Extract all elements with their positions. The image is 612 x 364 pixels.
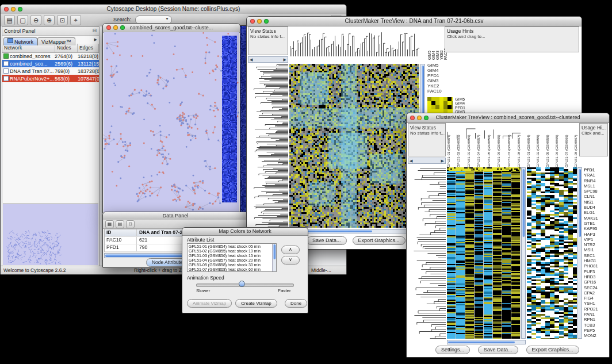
gene-row-label[interactable]: PEP5 [584,328,608,333]
gene-row-label[interactable]: KAP95 [584,226,608,231]
gene-row-label[interactable]: SEC24 [584,285,608,290]
column-label[interactable]: GPL51-05 (GSM858) [487,139,491,167]
gene-row-label[interactable]: GTB1 [584,221,608,226]
gene-row-label[interactable]: HAP3 [584,232,608,237]
open-icon[interactable]: ▤ [4,15,15,25]
attribute-listbox[interactable]: GPL51-01 (GSM854) heat shock 05 minGPL51… [187,243,277,272]
matrix-gene-label[interactable]: PFD1 [455,106,478,110]
treeview-button[interactable]: Save Data... [478,346,518,354]
zoom-in-icon[interactable]: ⊕ [44,15,55,25]
treeview-button[interactable]: Settings... [435,346,470,354]
heatmap-vscrollbar[interactable] [521,167,526,339]
birdseye-canvas[interactable] [3,204,98,265]
scroll-thumb[interactable] [273,244,276,259]
dense-cluster-canvas[interactable] [222,36,237,202]
collapse-panel-icon[interactable]: ⊟ [92,28,97,33]
network-view-titlebar[interactable]: combined_scores_good.txt--cluste... [103,24,240,33]
gene-row-label[interactable]: NTR2 [584,242,608,247]
column-label[interactable]: GPL51-06 (GSM865) [555,127,559,167]
network-row[interactable]: combined_sco... 2569(6) 13112(15) [2,60,99,67]
id-column-header[interactable]: ID [105,229,137,236]
matrix-gene-label[interactable]: GIM4 [455,101,478,105]
heatmap-hscrollbar[interactable] [447,340,526,344]
secondary-heatmap-canvas[interactable] [527,167,577,339]
tab-vizmapper[interactable]: VizMapper™ [37,37,75,45]
zoom-selected-icon[interactable]: ⌖ [70,15,81,25]
gene-row-label[interactable]: PUF3 [584,269,608,274]
heatmap-canvas[interactable] [289,64,419,228]
array-label[interactable]: YKE2 [439,26,443,60]
speed-slider-track[interactable] [196,283,294,287]
column-label[interactable]: GPL51-02 (GSM855) [457,139,460,167]
gene-row-label[interactable]: SEC1 [584,253,608,258]
secondary-vscrollbar[interactable] [577,167,582,339]
column-label[interactable]: GPL51-01 (GSM854) [447,139,450,167]
column-label[interactable]: GPL51-08 (GSM867) [574,127,577,167]
column-label[interactable]: GPL51-04 (GSM857) [477,139,480,167]
scroll-left-icon[interactable]: ◀ [408,158,414,163]
scroll-thumb[interactable] [579,169,581,237]
dialog-titlebar[interactable]: Map Colors to Network [182,228,308,236]
create-attribute-icon[interactable]: ▤ [116,220,124,228]
select-attributes-icon[interactable]: ▦ [105,220,114,228]
main-titlebar[interactable]: Cytoscape Desktop (Session Name: collins… [1,5,346,14]
gene-row-label[interactable]: PHO81 [584,263,608,269]
gene-row-label[interactable]: CPA2 [584,290,608,296]
gene-row-label[interactable]: HMG1 [584,258,608,263]
column-label[interactable]: GPL51-07 (GSM866) [565,127,568,167]
attribute-item[interactable]: GPL51-01 (GSM854) heat shock 05 min [189,244,275,249]
attribute-item[interactable]: GPL51-04 (GSM857) heat shock 20 min [189,258,275,263]
column-label[interactable]: GPL51-07 (GSM866) [507,139,511,167]
network-graph-canvas[interactable] [104,32,239,213]
gene-label[interactable]: PFD1 [427,73,453,78]
gene-row-label[interactable]: MSL1 [584,183,608,189]
array-label[interactable]: GIM3 [435,26,439,60]
network-row[interactable]: RNAPuberNov2+... 563(0) 107847(0) [2,75,99,82]
attribute-item[interactable]: GPL51-03 (GSM856) heat shock 15 min [189,254,275,258]
scroll-right-icon[interactable]: ▶ [440,158,445,163]
scroll-right-icon[interactable]: ▶ [282,57,288,62]
search-dropdown-arrow-icon[interactable]: ▼ [165,17,169,21]
gene-label[interactable]: GIM3 [427,78,453,83]
attribute-item[interactable]: GPL51-02 (GSM855) heat shock 10 min [189,249,275,254]
treeview-button[interactable]: Export Graphics... [353,236,406,245]
gene-row-label[interactable]: MON2 [584,333,608,338]
birdseye-view[interactable] [3,204,98,265]
gene-row-label[interactable]: YSH1 [584,301,608,306]
column-label[interactable]: GPL51-08 (GSM867) [517,139,521,167]
gene-row-label[interactable]: MSI1 [584,247,608,252]
column-header[interactable]: Edges [78,44,99,52]
scroll-left-icon[interactable]: ◀ [248,57,254,62]
column-label[interactable]: GPL51-03 (GSM856) [467,139,471,167]
array-label[interactable]: GIM4 [431,26,435,60]
animate-vizmap-button[interactable]: Animate Vizmap [187,299,232,308]
gene-row-label[interactable]: GPI16 [584,279,608,285]
network-row[interactable]: combined_scores 2764(0) 16218(0) [2,52,99,60]
gene-row-label[interactable]: HRD3 [584,274,608,279]
gene-label[interactable]: GIM5 [427,63,453,68]
column-label[interactable]: GPL51-05 (GSM858) [546,127,549,167]
save-icon[interactable]: ▢ [17,15,28,25]
gene-row-label[interactable]: BUD4 [584,205,608,210]
zoom-fit-icon[interactable]: ⊡ [57,15,68,25]
scroll-thumb[interactable] [448,341,515,343]
gene-row-label[interactable]: MAK31 [584,216,608,221]
network-canvas-area[interactable] [104,32,239,213]
zoom-out-icon[interactable]: ⊖ [30,15,41,25]
gene-label[interactable]: GIM4 [427,68,453,73]
treeview-combined-titlebar[interactable]: ClusterMaker TreeView : combined_scores_… [407,113,609,123]
treeview-dna-titlebar[interactable]: ClusterMaker TreeView : DNA and Tran 07-… [247,17,582,26]
gene-row-label[interactable]: PFD1 [584,167,608,173]
gene-row-label[interactable]: RPO21 [584,306,608,312]
attribute-item[interactable]: GPL51-07 (GSM868) heat shock 60 min [189,267,275,272]
treeview-button[interactable]: Save Data... [307,236,347,245]
column-label[interactable]: GPL51-01 (GSM854) [527,127,530,167]
heatmap-canvas[interactable] [447,167,521,339]
delete-attribute-icon[interactable]: ⊟ [126,220,135,228]
gene-row-label[interactable]: PAN1 [584,312,608,317]
matrix-gene-label[interactable]: GIM5 [455,97,478,101]
gene-row-label[interactable]: TCB3 [584,323,608,328]
gene-row-label[interactable]: CLN1 [584,194,608,199]
column-label[interactable]: GPL51-02 (GSM855) [536,127,540,167]
gene-row-label[interactable]: RNR4 [584,178,608,183]
